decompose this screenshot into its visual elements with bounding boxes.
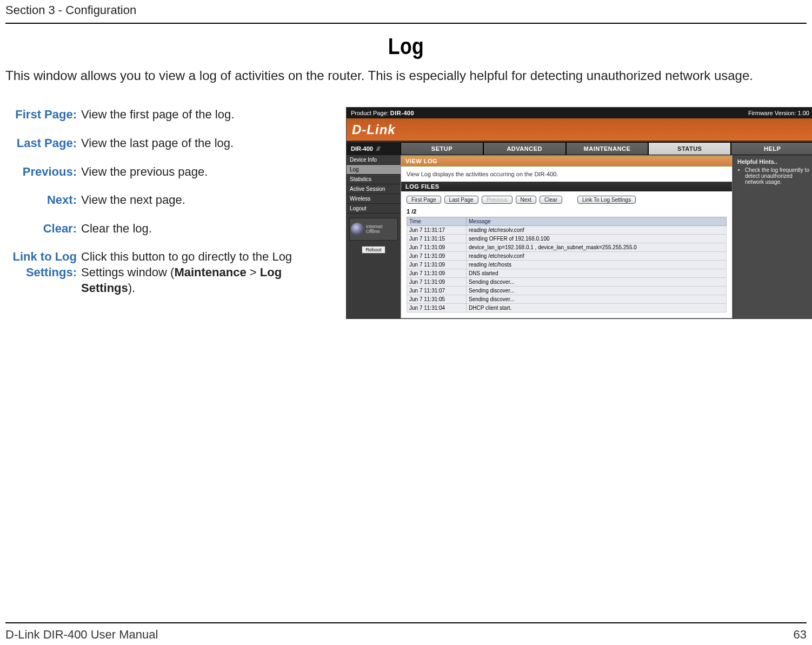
sidebar: Device Info Log Statistics Active Sessio… [347,155,401,318]
log-table: Time Message Jun 7 11:31:17reading /etc/… [407,217,727,312]
table-row: Jun 7 11:31:09device_lan_ip=192.168.0.1 … [407,243,727,252]
table-row: Jun 7 11:31:17reading /etc/resolv.conf [407,226,727,235]
clear-button[interactable]: Clear [540,196,562,204]
log-message: device_lan_ip=192.168.0.1 , device_lan_s… [467,243,727,252]
internet-status-box: Internet Offline [349,218,398,241]
nav-model-text: DIR-400 [351,145,373,152]
sidebar-item-active-session[interactable]: Active Session [347,184,401,194]
log-message: reading /etc/resolv.conf [467,252,727,261]
tab-advanced[interactable]: ADVANCED [483,142,566,155]
shot-topbar: Product Page: DIR-400 Firmware Version: … [347,108,812,118]
stripes-icon: /// [376,145,380,152]
def-term: Clear: [5,221,81,237]
table-row: Jun 7 11:31:09reading /etc/resolv.conf [407,252,727,261]
product-page-label: Product Page: [351,110,389,116]
tab-help[interactable]: HELP [731,142,812,155]
sidebar-item-logout[interactable]: Logout [347,204,401,214]
internet-status: Offline [366,229,383,235]
log-time: Jun 7 11:31:09 [407,269,467,278]
table-row: Jun 7 11:31:04DHCP client start. [407,304,727,312]
reboot-button[interactable]: Reboot [362,246,385,254]
def-term: Last Page: [5,136,81,151]
def-last-page: Last Page: View the last page of the log… [5,136,335,151]
view-log-text: View Log displays the activities occurri… [401,167,732,182]
table-row: Jun 7 11:31:05Sending discover... [407,295,727,304]
log-message: Sending discover... [467,287,727,295]
sidebar-item-statistics[interactable]: Statistics [347,175,401,184]
globe-icon [351,223,364,236]
nav-model-box: DIR-400 /// [347,142,401,155]
def-desc-post: ). [128,281,135,295]
tab-status[interactable]: STATUS [648,142,731,155]
tab-setup[interactable]: SETUP [401,142,483,155]
firmware-version: Firmware Version: 1.00 [748,110,809,116]
section-header: Section 3 - Configuration [5,0,807,24]
page-footer: D-Link DIR-400 User Manual 63 [5,622,807,642]
log-files-header: LOG FILES [401,182,732,191]
definitions-list: First Page: View the first page of the l… [5,107,335,309]
col-message: Message [467,217,727,226]
def-term: Link to Log Settings: [5,249,81,296]
def-next: Next: View the next page. [5,192,335,208]
def-previous: Previous: View the previous page. [5,164,335,180]
table-row: Jun 7 11:31:15sending OFFER of 192.168.0… [407,235,727,243]
log-time: Jun 7 11:31:07 [407,287,467,295]
log-message: reading /etc/resolv.conf [467,226,727,235]
def-term: Previous: [5,164,81,180]
def-desc: View the first page of the log. [81,107,335,123]
link-to-log-settings-button[interactable]: Link To Log Settings [577,196,636,204]
intro-paragraph: This window allows you to view a log of … [5,67,807,84]
log-time: Jun 7 11:31:09 [407,252,467,261]
log-message: sending OFFER of 192.168.0.100 [467,235,727,243]
def-desc: View the next page. [81,192,335,208]
table-row: Jun 7 11:31:09Sending discover... [407,278,727,287]
log-buttons-row: First Page Last Page Previous Next Clear… [401,191,732,208]
table-row: Jun 7 11:31:09DNS started [407,269,727,278]
logo-bar: D-Link [347,118,812,142]
def-term: First Page: [5,107,81,123]
log-time: Jun 7 11:31:05 [407,295,467,304]
log-time: Jun 7 11:31:09 [407,243,467,252]
def-bold-maintenance: Maintenance [174,265,246,279]
log-time: Jun 7 11:31:15 [407,235,467,243]
view-log-header: VIEW LOG [401,156,732,167]
log-time: Jun 7 11:31:17 [407,226,467,235]
def-desc: Clear the log. [81,221,335,237]
log-message: Sending discover... [467,278,727,287]
def-first-page: First Page: View the first page of the l… [5,107,335,123]
sidebar-item-device-info[interactable]: Device Info [347,155,401,165]
def-term: Next: [5,192,81,208]
dlink-logo: D-Link [352,122,396,137]
log-time: Jun 7 11:31:09 [407,261,467,269]
next-button[interactable]: Next [516,196,537,204]
last-page-button[interactable]: Last Page [444,196,478,204]
def-desc: View the last page of the log. [81,136,335,151]
log-message: DNS started [467,269,727,278]
main-panel: VIEW LOG View Log displays the activitie… [401,155,733,318]
def-desc-mid: > [247,265,260,279]
footer-manual-title: D-Link DIR-400 User Manual [5,628,158,642]
product-model: DIR-400 [390,110,414,116]
hint-text: Check the log frequently to detect unaut… [745,167,809,185]
def-clear: Clear: Clear the log. [5,221,335,237]
table-row: Jun 7 11:31:09reading /etc/hosts [407,261,727,269]
sidebar-item-log[interactable]: Log [347,165,401,175]
def-link-log-settings: Link to Log Settings: Click this button … [5,249,335,296]
log-message: DHCP client start. [467,304,727,312]
hints-title: Helpful Hints.. [737,158,809,165]
log-time: Jun 7 11:31:04 [407,304,467,312]
router-screenshot: Product Page: DIR-400 Firmware Version: … [346,107,812,319]
def-desc: View the previous page. [81,164,335,180]
log-message: reading /etc/hosts [467,261,727,269]
nav-tabs: SETUP ADVANCED MAINTENANCE STATUS HELP [401,142,812,155]
previous-button[interactable]: Previous [482,196,513,204]
page-indicator: 1 /2 [401,208,732,217]
def-desc: Click this button to go directly to the … [81,249,335,296]
footer-page-number: 63 [794,628,807,642]
sidebar-item-wireless[interactable]: Wireless [347,194,401,204]
col-time: Time [407,217,467,226]
helpful-hints-panel: Helpful Hints.. Check the log frequently… [733,155,812,318]
page-title: Log [65,34,747,59]
first-page-button[interactable]: First Page [407,196,441,204]
tab-maintenance[interactable]: MAINTENANCE [566,142,649,155]
